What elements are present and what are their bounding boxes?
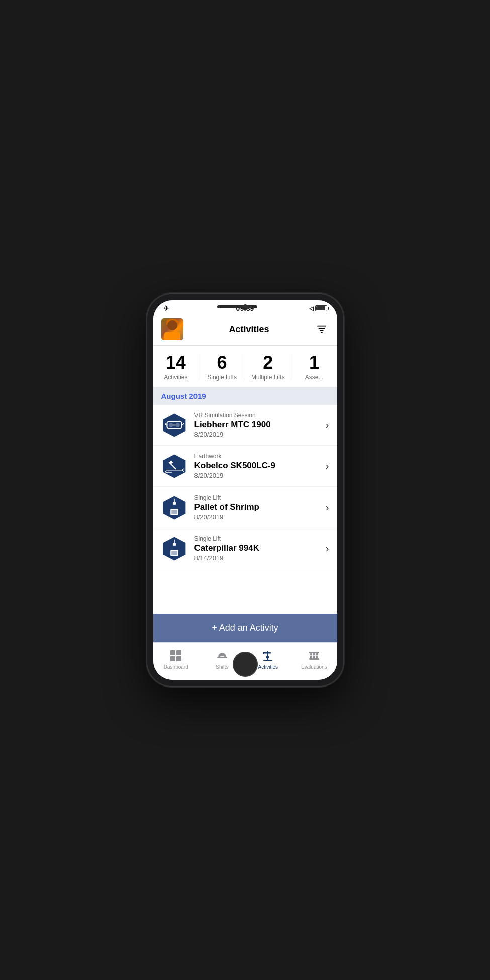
location-icon: ◁ (309, 305, 313, 312)
svg-rect-22 (263, 652, 264, 654)
svg-rect-17 (176, 656, 181, 661)
activity-type-3: Single Lift (194, 535, 322, 542)
avatar-image (161, 318, 183, 340)
stat-number-activities: 14 (153, 354, 199, 372)
svg-point-2 (169, 423, 173, 427)
chevron-icon-2: › (326, 502, 329, 513)
stat-assets[interactable]: 1 Asse... (291, 354, 337, 381)
stat-label-single: Single Lifts (199, 374, 245, 381)
chevron-icon-3: › (326, 543, 329, 554)
airplane-icon: ✈ (163, 304, 169, 312)
svg-rect-18 (217, 657, 227, 658)
battery-icon (315, 305, 327, 311)
stat-number-single: 6 (199, 354, 245, 372)
nav-item-evaluations[interactable]: Evaluations (291, 647, 337, 672)
dashboard-icon (169, 649, 183, 663)
activity-name-0: Liebherr MTC 1900 (194, 420, 322, 430)
activity-icon-earthwork (161, 453, 187, 479)
status-right: ◁ (309, 305, 327, 312)
stats-row: 14 Activities 6 Single Lifts 2 Multiple … (153, 346, 337, 387)
stat-label-activities: Activities (153, 374, 199, 381)
speaker (217, 305, 257, 308)
activity-name-1: Kobelco SK500LC-9 (194, 461, 322, 471)
activity-item-0[interactable]: VR Simulation Session Liebherr MTC 1900 … (153, 405, 337, 446)
phone-frame: ✈ 09:39 ◁ Activities (147, 294, 343, 686)
activity-info-2: Single Lift Pallet of Shrimp 8/20/2019 (194, 494, 322, 521)
activity-icon-single-lift-1 (161, 495, 187, 521)
nav-label-shifts: Shifts (216, 664, 228, 670)
nav-label-dashboard: Dashboard (164, 664, 188, 670)
activity-icon-vr (161, 412, 187, 438)
stat-number-multiple: 2 (245, 354, 291, 372)
svg-point-3 (175, 423, 179, 427)
stat-activities[interactable]: 14 Activities (153, 354, 200, 381)
svg-rect-29 (313, 653, 315, 658)
home-button[interactable] (233, 652, 258, 677)
activity-icon-single-lift-2 (161, 536, 187, 562)
stat-multiple-lifts[interactable]: 2 Multiple Lifts (245, 354, 291, 381)
svg-rect-26 (309, 652, 319, 653)
activity-date-2: 8/20/2019 (194, 513, 322, 521)
nav-label-evaluations: Evaluations (301, 664, 327, 670)
activity-type-0: VR Simulation Session (194, 412, 322, 419)
svg-marker-5 (163, 454, 185, 478)
activity-info-0: VR Simulation Session Liebherr MTC 1900 … (194, 412, 322, 438)
svg-rect-28 (310, 653, 312, 658)
svg-rect-15 (176, 650, 181, 655)
svg-rect-21 (263, 652, 271, 654)
svg-rect-14 (170, 650, 175, 655)
stat-number-assets: 1 (291, 354, 337, 372)
avatar-face (167, 320, 177, 330)
svg-rect-24 (266, 656, 269, 658)
battery-fill (316, 306, 326, 310)
stat-label-assets: Asse... (291, 374, 337, 381)
activities-icon (261, 649, 275, 663)
activity-name-3: Caterpillar 994K (194, 543, 322, 553)
app-header: Activities (153, 314, 337, 346)
svg-rect-27 (309, 658, 319, 660)
activity-info-3: Single Lift Caterpillar 994K 8/14/2019 (194, 535, 322, 562)
activity-info-1: Earthwork Kobelco SK500LC-9 8/20/2019 (194, 453, 322, 479)
activity-date-3: 8/14/2019 (194, 554, 322, 562)
activity-type-2: Single Lift (194, 494, 322, 501)
page-title: Activities (229, 324, 269, 335)
svg-rect-16 (170, 656, 175, 661)
activity-item-1[interactable]: Earthwork Kobelco SK500LC-9 8/20/2019 › (153, 446, 337, 487)
activity-date-0: 8/20/2019 (194, 431, 322, 438)
chevron-icon-1: › (326, 460, 329, 472)
shifts-icon (215, 649, 229, 663)
svg-rect-25 (263, 660, 272, 661)
nav-label-activities: Activities (258, 664, 278, 670)
filter-button[interactable] (315, 322, 329, 336)
activity-item-3[interactable]: Single Lift Caterpillar 994K 8/14/2019 › (153, 528, 337, 569)
svg-rect-30 (316, 653, 318, 658)
svg-rect-19 (220, 656, 224, 657)
stat-label-multiple: Multiple Lifts (245, 374, 291, 381)
month-header: August 2019 (153, 387, 337, 405)
activity-date-1: 8/20/2019 (194, 472, 322, 479)
activity-name-2: Pallet of Shrimp (194, 502, 322, 512)
add-activity-button[interactable]: + Add an Activity (153, 614, 337, 642)
status-left: ✈ (163, 304, 169, 312)
avatar[interactable] (161, 318, 183, 340)
activity-type-1: Earthwork (194, 453, 322, 460)
svg-rect-13 (171, 551, 177, 554)
svg-rect-9 (171, 510, 177, 513)
chevron-icon-0: › (326, 419, 329, 431)
avatar-body (164, 332, 180, 340)
evaluations-icon (307, 649, 321, 663)
filter-icon (316, 324, 327, 335)
phone-screen: ✈ 09:39 ◁ Activities (153, 300, 337, 680)
activity-list: VR Simulation Session Liebherr MTC 1900 … (153, 405, 337, 614)
month-label: August 2019 (161, 391, 206, 400)
nav-item-dashboard[interactable]: Dashboard (153, 647, 200, 672)
stat-single-lifts[interactable]: 6 Single Lifts (199, 354, 245, 381)
activity-item-2[interactable]: Single Lift Pallet of Shrimp 8/20/2019 › (153, 487, 337, 528)
